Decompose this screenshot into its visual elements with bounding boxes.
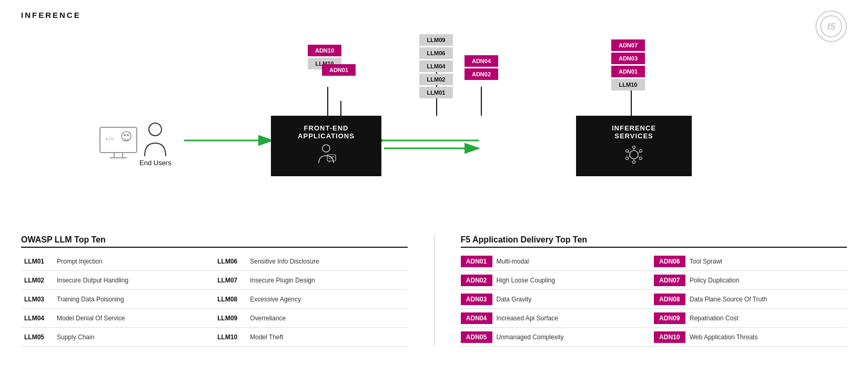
svg-point-19	[124, 134, 126, 136]
row-desc: Web Application Threats	[685, 331, 762, 343]
table-row: ADN03 Data Gravity	[461, 290, 654, 309]
f5-title: F5 Application Delivery Top Ten	[461, 235, 847, 248]
owasp-grid: LLM01 Prompt Injection LLM02 Insecure Ou…	[21, 252, 408, 347]
front-end-icon	[315, 143, 338, 168]
row-desc: Training Data Poisoning	[53, 294, 128, 305]
svg-line-44	[628, 152, 630, 154]
f5-col2: ADN06 Tool Sprawl ADN07 Policy Duplicati…	[654, 252, 847, 347]
inference-label-1: INFERENCE	[612, 124, 656, 132]
section-divider	[434, 235, 435, 347]
table-row: ADN10 Web Application Threats	[654, 328, 847, 347]
svg-line-40	[638, 152, 640, 154]
badge-llm06: LLM06	[419, 47, 453, 59]
table-row: LLM08 Excessive Agency	[214, 290, 407, 309]
svg-point-37	[626, 157, 629, 160]
row-code: ADN02	[461, 275, 492, 286]
page: f5 INFERENCE	[0, 0, 868, 374]
table-row: ADN08 Data Plane Source Of Truth	[654, 290, 847, 309]
badge-adn01-right: ADN01	[611, 66, 645, 77]
svg-point-36	[633, 161, 635, 164]
badge-stack-adn01-center: ADN01	[322, 64, 356, 76]
badge-stack-right: ADN07 ADN03 ADN01 LLM10	[611, 39, 645, 90]
row-desc: High Loose Coupling	[492, 275, 559, 286]
badge-adn01-center: ADN01	[322, 64, 356, 76]
svg-point-26	[322, 145, 330, 152]
svg-point-31	[630, 150, 638, 159]
f5-col1: ADN01 Multi-modal ADN02 High Loose Coupl…	[461, 252, 654, 347]
front-end-box: FRONT-END APPLICATIONS	[271, 116, 381, 176]
row-code: ADN05	[461, 331, 492, 343]
row-code: ADN09	[654, 312, 685, 324]
row-code: LLM05	[21, 331, 53, 343]
table-row: LLM09 Overreliance	[214, 309, 407, 328]
badge-llm04: LLM04	[419, 60, 453, 72]
front-end-label-1: FRONT-END	[304, 124, 349, 132]
table-row: ADN02 High Loose Coupling	[461, 271, 654, 290]
end-users-label: End Users	[139, 159, 171, 167]
front-end-label-2: APPLICATIONS	[298, 132, 355, 140]
owasp-title: OWASP LLM Top Ten	[21, 235, 408, 248]
svg-line-43	[628, 156, 630, 158]
table-row: ADN06 Tool Sprawl	[654, 252, 847, 271]
row-desc: Excessive Agency	[246, 294, 305, 305]
badge-stack-adn04-adn02: ADN04 ADN02	[465, 55, 498, 80]
row-desc: Model Theft	[246, 331, 287, 343]
row-code: LLM09	[214, 312, 246, 324]
bottom-section: OWASP LLM Top Ten LLM01 Prompt Injection…	[21, 235, 847, 347]
page-title: INFERENCE	[21, 11, 847, 19]
inference-icon	[622, 143, 645, 168]
f5-section: F5 Application Delivery Top Ten ADN01 Mu…	[461, 235, 847, 347]
table-row: ADN05 Unmanaged Complexity	[461, 328, 654, 347]
badge-adn02: ADN02	[465, 68, 498, 80]
table-row: LLM03 Training Data Poisoning	[21, 290, 214, 309]
screen-icon: </>	[97, 125, 139, 161]
svg-point-35	[640, 157, 642, 160]
row-code: ADN03	[461, 294, 492, 305]
badge-llm09: LLM09	[419, 34, 453, 46]
row-desc: Unmanaged Complexity	[492, 331, 568, 343]
row-desc: Policy Duplication	[685, 275, 744, 286]
inference-label-2: SERVICES	[614, 132, 653, 140]
owasp-section: OWASP LLM Top Ten LLM01 Prompt Injection…	[21, 235, 408, 347]
table-row: LLM04 Model Denial Of Service	[21, 309, 214, 328]
end-users: End Users	[139, 122, 171, 167]
row-desc: Model Denial Of Service	[53, 312, 129, 324]
row-code: LLM02	[21, 275, 53, 286]
svg-point-20	[127, 134, 129, 136]
row-code: LLM01	[21, 256, 53, 267]
row-code: ADN07	[654, 275, 685, 286]
f5-grid: ADN01 Multi-modal ADN02 High Loose Coupl…	[461, 252, 847, 347]
table-row: ADN01 Multi-modal	[461, 252, 654, 271]
row-code: LLM07	[214, 275, 246, 286]
row-desc: Overreliance	[246, 312, 290, 324]
row-desc: Data Plane Source Of Truth	[685, 294, 771, 305]
badge-stack-llm-multi: LLM09 LLM06 LLM04 LLM02 LLM01	[419, 34, 453, 98]
row-code: ADN04	[461, 312, 492, 324]
row-desc: Supply Chain	[53, 331, 98, 343]
diagram: </> End Users ADN10 LLM10	[21, 25, 847, 230]
svg-line-41	[638, 156, 640, 158]
row-code: ADN10	[654, 331, 685, 343]
badge-adn07-right: ADN07	[611, 39, 645, 51]
row-code: LLM06	[214, 256, 246, 267]
row-desc: Tool Sprawl	[685, 256, 726, 267]
row-code: ADN06	[654, 256, 685, 267]
badge-adn03-right: ADN03	[611, 53, 645, 64]
row-code: LLM04	[21, 312, 53, 324]
badge-llm02: LLM02	[419, 74, 453, 85]
inference-box: INFERENCE SERVICES	[576, 116, 692, 176]
row-code: ADN08	[654, 294, 685, 305]
owasp-col1: LLM01 Prompt Injection LLM02 Insecure Ou…	[21, 252, 214, 347]
row-desc: Insecure Output Handling	[53, 275, 133, 286]
row-code: ADN01	[461, 256, 492, 267]
badge-llm10-right: LLM10	[611, 79, 645, 90]
row-desc: Multi-modal	[492, 256, 533, 267]
table-row: LLM02 Insecure Output Handling	[21, 271, 214, 290]
row-desc: Data Gravity	[492, 294, 536, 305]
row-desc: Increased Api Surface	[492, 312, 562, 324]
row-desc: Repatriation Cost	[685, 312, 743, 324]
table-row: LLM07 Insecure Plugin Design	[214, 271, 407, 290]
svg-point-25	[149, 123, 162, 136]
table-row: ADN07 Policy Duplication	[654, 271, 847, 290]
badge-adn10: ADN10	[308, 45, 341, 56]
